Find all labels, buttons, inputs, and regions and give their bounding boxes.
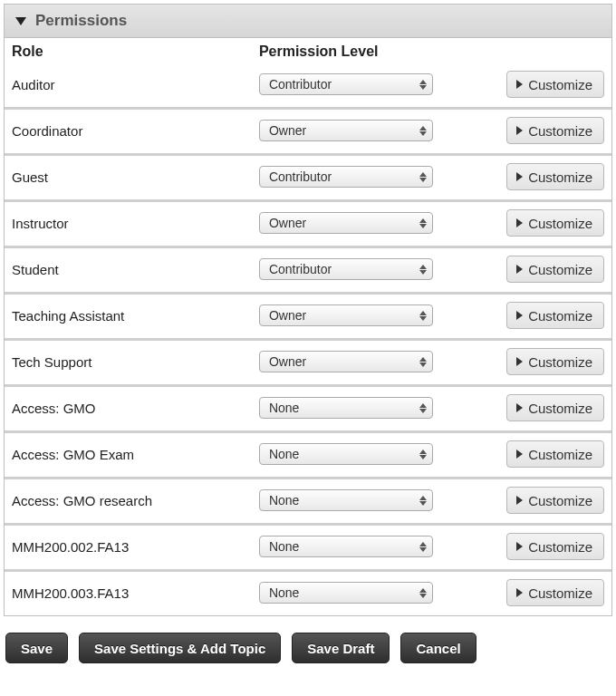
permission-level-value: None [269, 493, 299, 508]
customize-cell: Customize [492, 201, 611, 247]
customize-button[interactable]: Customize [506, 209, 604, 237]
chevron-right-icon [516, 542, 523, 551]
customize-button[interactable]: Customize [506, 163, 604, 190]
permission-level-value: Owner [269, 308, 306, 323]
permission-level-select[interactable]: Contributor [259, 166, 433, 188]
customize-button[interactable]: Customize [506, 117, 604, 144]
col-header-level: Permission Level [252, 38, 492, 63]
table-row: AuditorContributorCustomize [5, 63, 611, 109]
table-row: Access: GMO ExamNoneCustomize [5, 432, 611, 478]
table-row: Access: GMONoneCustomize [5, 386, 611, 432]
chevron-right-icon [516, 265, 523, 274]
role-cell: Coordinator [5, 109, 252, 155]
permission-level-select[interactable]: None [259, 397, 433, 419]
role-cell: Access: GMO research [5, 478, 252, 525]
customize-cell: Customize [492, 386, 611, 432]
permission-level-select[interactable]: Owner [259, 120, 433, 141]
col-header-customize [492, 38, 611, 63]
chevron-right-icon [516, 218, 523, 227]
panel-title: Permissions [35, 12, 127, 30]
customize-button[interactable]: Customize [506, 256, 604, 283]
customize-button-label: Customize [528, 308, 592, 324]
select-stepper-icon [419, 311, 428, 321]
permission-level-select[interactable]: Owner [259, 212, 433, 234]
customize-cell: Customize [492, 294, 611, 340]
col-header-role: Role [5, 38, 252, 63]
role-cell: Auditor [5, 63, 252, 109]
role-cell: Access: GMO [5, 386, 252, 432]
permissions-panel-header[interactable]: Permissions [5, 5, 611, 38]
permission-level-value: Owner [269, 354, 306, 369]
select-stepper-icon [419, 172, 428, 182]
customize-button[interactable]: Customize [506, 394, 604, 421]
chevron-right-icon [516, 588, 523, 597]
permission-level-cell: Owner [252, 294, 492, 340]
permission-level-select[interactable]: Contributor [259, 73, 433, 95]
permission-level-cell: Owner [252, 109, 492, 155]
permissions-table: Role Permission Level AuditorContributor… [5, 38, 611, 615]
permission-level-select[interactable]: None [259, 489, 433, 511]
customize-button-label: Customize [528, 354, 592, 370]
customize-cell: Customize [492, 247, 611, 294]
permission-level-cell: None [252, 571, 492, 616]
permission-level-cell: Contributor [252, 155, 492, 201]
customize-button-label: Customize [528, 77, 592, 92]
select-stepper-icon [419, 80, 428, 90]
customize-button-label: Customize [528, 169, 592, 185]
customize-button[interactable]: Customize [506, 302, 604, 329]
table-row: MMH200.003.FA13NoneCustomize [5, 571, 611, 616]
permission-level-select[interactable]: None [259, 443, 433, 465]
chevron-right-icon [516, 403, 523, 412]
collapse-caret-icon [15, 17, 26, 25]
table-row: StudentContributorCustomize [5, 247, 611, 294]
customize-button-label: Customize [528, 585, 592, 601]
customize-button-label: Customize [528, 447, 592, 462]
permission-level-cell: Owner [252, 201, 492, 247]
select-stepper-icon [419, 218, 428, 228]
select-stepper-icon [419, 588, 428, 598]
customize-cell: Customize [492, 109, 611, 155]
permission-level-cell: None [252, 478, 492, 525]
permission-level-value: None [269, 447, 299, 461]
permission-level-cell: None [252, 525, 492, 571]
customize-button[interactable]: Customize [506, 579, 604, 606]
chevron-right-icon [516, 80, 523, 89]
permission-level-value: Owner [269, 123, 306, 138]
customize-button[interactable]: Customize [506, 533, 604, 560]
save-draft-button[interactable]: Save Draft [292, 633, 390, 663]
select-stepper-icon [419, 265, 428, 275]
role-cell: Instructor [5, 201, 252, 247]
customize-button-label: Customize [528, 401, 592, 416]
customize-button[interactable]: Customize [506, 487, 604, 514]
select-stepper-icon [419, 357, 428, 367]
permission-level-cell: Contributor [252, 247, 492, 294]
permission-level-select[interactable]: Owner [259, 351, 433, 372]
customize-button[interactable]: Customize [506, 440, 604, 468]
customize-cell: Customize [492, 155, 611, 201]
customize-cell: Customize [492, 525, 611, 571]
permission-level-value: Contributor [269, 262, 332, 276]
customize-button[interactable]: Customize [506, 348, 604, 375]
permissions-panel: Permissions Role Permission Level Audito… [4, 4, 612, 616]
customize-button[interactable]: Customize [506, 71, 604, 98]
table-row: CoordinatorOwnerCustomize [5, 109, 611, 155]
table-row: MMH200.002.FA13NoneCustomize [5, 525, 611, 571]
customize-cell: Customize [492, 571, 611, 616]
permission-level-select[interactable]: Contributor [259, 258, 433, 280]
cancel-button[interactable]: Cancel [400, 633, 476, 663]
save-button[interactable]: Save [5, 633, 68, 663]
save-settings-add-topic-button[interactable]: Save Settings & Add Topic [79, 633, 281, 663]
chevron-right-icon [516, 172, 523, 181]
footer-actions: Save Save Settings & Add Topic Save Draf… [4, 616, 612, 671]
permission-level-select[interactable]: None [259, 536, 433, 557]
table-row: Teaching AssistantOwnerCustomize [5, 294, 611, 340]
role-cell: Teaching Assistant [5, 294, 252, 340]
customize-button-label: Customize [528, 216, 592, 231]
permission-level-select[interactable]: Owner [259, 304, 433, 326]
chevron-right-icon [516, 357, 523, 366]
permission-level-value: Contributor [269, 169, 332, 184]
permission-level-cell: None [252, 432, 492, 478]
select-stepper-icon [419, 403, 428, 413]
table-row: Access: GMO researchNoneCustomize [5, 478, 611, 525]
permission-level-select[interactable]: None [259, 582, 433, 604]
